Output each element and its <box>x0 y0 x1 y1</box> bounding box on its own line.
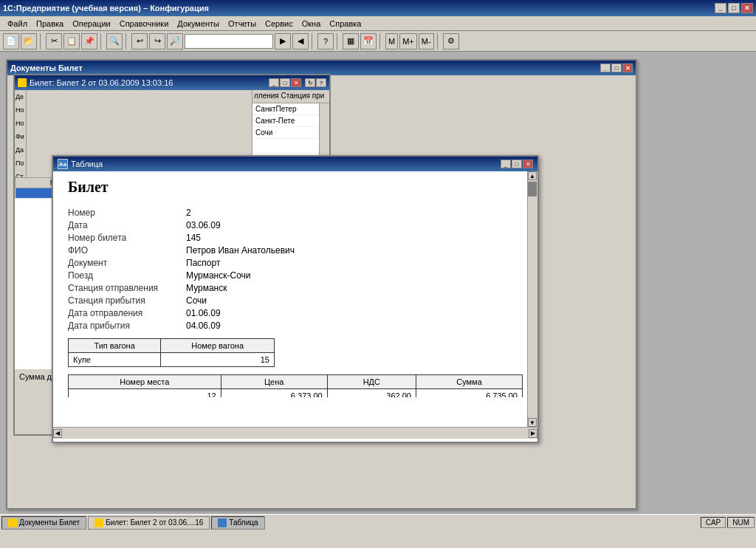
tablica-icon: Аа <box>58 159 68 169</box>
menu-references[interactable]: Справочники <box>115 18 173 30</box>
field-label-data: Дата <box>68 220 186 230</box>
taskbar-bilet-form[interactable]: Билет: Билет 2 от 03.06....16 <box>88 516 210 530</box>
field-value-fio: Петров Иван Анатольевич <box>186 245 523 256</box>
wagon-number: 15 <box>161 353 275 367</box>
field-label-dataprib: Дата прибытия <box>68 321 186 331</box>
taskbar-doc-bilet[interactable]: Документы Билет <box>1 516 86 530</box>
tablica-vscroll[interactable]: ▲ ▼ <box>527 171 537 427</box>
tablica-window: Аа Таблица _ □ ✕ Билет Номер 2 <box>52 155 539 443</box>
field-value-dataprib: 04.06.09 <box>186 321 523 331</box>
paste-button[interactable]: 📌 <box>81 33 97 49</box>
separator-7 <box>437 33 440 49</box>
find-button[interactable]: 🔍 <box>106 33 123 49</box>
app-titlebar: 1С:Предприятие (учебная версия) – Конфиг… <box>0 0 756 16</box>
seats-th-seat: Номер места <box>69 375 221 389</box>
m-btn[interactable]: M <box>385 33 398 49</box>
menu-windows[interactable]: Окна <box>298 18 326 30</box>
menu-documents[interactable]: Документы <box>173 18 224 30</box>
refresh-btn[interactable]: ↻ <box>305 78 315 87</box>
menu-operations[interactable]: Операции <box>68 18 114 30</box>
seats-table: Номер места Цена НДС Сумма 12 6 373,00 3… <box>68 374 523 397</box>
search-input[interactable] <box>185 34 273 49</box>
sidebar-no1: Но <box>15 103 26 117</box>
calc-btn[interactable]: ▦ <box>343 33 359 49</box>
close-button[interactable]: ✕ <box>741 3 753 13</box>
field-value-stotpr: Мурманск <box>186 283 523 293</box>
doc-bilet-close[interactable]: ✕ <box>622 64 633 72</box>
sidebar-no2: Но <box>15 117 26 130</box>
doc-bilet-title: Документы Билет <box>10 64 83 72</box>
field-stotpr: Станция отправления Мурманск <box>68 283 523 293</box>
field-label-fio: ФИО <box>68 245 186 256</box>
redo-button[interactable]: ↪ <box>149 33 165 49</box>
taskbar-label-2: Билет: Билет 2 от 03.06....16 <box>106 518 203 527</box>
inner-doc-titlebar: Билет: Билет 2 от 03.06.2009 13:03:16 _ … <box>15 75 329 90</box>
inner-doc-win-buttons: _ □ ✕ ↻ ? <box>269 78 326 87</box>
inner-doc-minimize[interactable]: _ <box>269 78 279 87</box>
cap-indicator: CAP <box>701 517 726 528</box>
sidebar-da1: Да <box>15 143 26 157</box>
hscroll-left[interactable]: ◀ <box>53 429 62 438</box>
tablica-content: Билет Номер 2 Дата 03.06.09 Номер билета… <box>53 171 537 397</box>
menu-help[interactable]: Справка <box>325 18 365 30</box>
doc-bilet-titlebar: Документы Билет _ □ ✕ <box>7 61 636 75</box>
separator-2 <box>100 33 103 49</box>
doc-bilet-minimize[interactable]: _ <box>600 64 611 72</box>
help-icon[interactable]: ? <box>316 78 326 87</box>
go-btn[interactable]: ▶ <box>275 33 291 49</box>
open-button[interactable]: 📂 <box>21 33 37 49</box>
menu-service[interactable]: Сервис <box>261 18 298 30</box>
doc-bilet-window: Документы Билет _ □ ✕ Билет: Билет 2 от … <box>6 59 637 510</box>
tablica-hscroll[interactable]: ◀ ▶ <box>53 427 537 439</box>
inner-doc-title: Билет: Билет 2 от 03.06.2009 13:03:16 <box>30 78 173 87</box>
taskbar: Документы Билет Билет: Билет 2 от 03.06.… <box>0 514 756 530</box>
menu-edit[interactable]: Правка <box>32 18 68 30</box>
new-button[interactable]: 📄 <box>3 33 19 49</box>
tablica-minimize[interactable]: _ <box>501 160 511 168</box>
taskbar-label-3: Таблица <box>229 518 258 527</box>
seat-num: 12 <box>69 389 221 398</box>
settings-btn[interactable]: ⚙ <box>443 33 459 49</box>
field-fio: ФИО Петров Иван Анатольевич <box>68 245 523 256</box>
undo-button[interactable]: ↩ <box>131 33 148 49</box>
doc-bilet-maximize[interactable]: □ <box>611 64 622 72</box>
seats-th-price: Цена <box>221 375 327 389</box>
field-value-dataotpr: 01.06.09 <box>186 308 523 318</box>
wagon-th-type: Тип вагона <box>69 339 161 353</box>
right-panel-item-3: Сочи <box>252 127 329 139</box>
separator-3 <box>126 33 128 49</box>
taskbar-tablica[interactable]: Таблица <box>211 516 264 530</box>
back-btn[interactable]: ◀ <box>292 33 309 49</box>
right-panel-item-2: Санкт-Пете <box>252 115 329 127</box>
doc-bilet-win-buttons: _ □ ✕ <box>600 64 633 72</box>
inner-doc-close[interactable]: ✕ <box>291 78 301 87</box>
hscroll-right[interactable]: ▶ <box>529 429 537 438</box>
cut-button[interactable]: ✂ <box>46 33 62 49</box>
field-label-stotpr: Станция отправления <box>68 283 186 293</box>
field-value-poezd: Мурманск-Сочи <box>186 270 523 281</box>
help-btn[interactable]: ? <box>317 33 334 49</box>
field-poezd: Поезд Мурманск-Сочи <box>68 270 523 281</box>
copy-button[interactable]: 📋 <box>63 33 80 49</box>
vscroll-up[interactable]: ▲ <box>528 171 537 180</box>
tablica-title: Таблица <box>71 160 103 168</box>
sidebar-fi: Фи <box>15 130 26 143</box>
field-nomerbileta: Номер билета 145 <box>68 233 523 243</box>
toolbar: 📄 📂 ✂ 📋 📌 🔍 ↩ ↪ 🔎 ▶ ◀ ? ▦ 📅 M M+ M- ⚙ <box>0 31 756 52</box>
mplus-btn[interactable]: M+ <box>399 33 417 49</box>
field-label-nomer: Номер <box>68 208 186 218</box>
inner-doc-restore[interactable]: □ <box>280 78 290 87</box>
tablica-close[interactable]: ✕ <box>523 160 533 168</box>
search-btn[interactable]: 🔎 <box>167 33 183 49</box>
tablica-maximize[interactable]: □ <box>512 160 522 168</box>
menu-file[interactable]: Файл <box>3 18 32 30</box>
tablica-titlebar: Аа Таблица _ □ ✕ <box>53 157 537 171</box>
minimize-button[interactable]: _ <box>715 3 726 13</box>
wagon-row: Купе 15 <box>69 353 275 367</box>
field-label-dataotpr: Дата отправления <box>68 308 186 318</box>
vscroll-down[interactable]: ▼ <box>528 418 537 427</box>
maximize-button[interactable]: □ <box>728 3 740 13</box>
mminus-btn[interactable]: M- <box>419 33 434 49</box>
menu-reports[interactable]: Отчеты <box>224 18 261 30</box>
calendar-btn[interactable]: 📅 <box>360 33 377 49</box>
